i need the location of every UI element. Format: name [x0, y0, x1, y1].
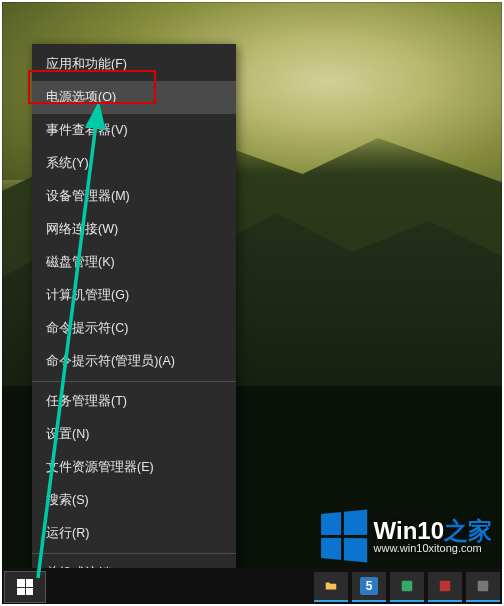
taskbar-item-badge[interactable]: 5 — [352, 572, 386, 602]
svg-rect-1 — [402, 581, 413, 592]
menu-item[interactable]: 任务管理器(T) — [32, 385, 236, 418]
menu-item[interactable]: 文件资源管理器(E) — [32, 451, 236, 484]
menu-item-label: 事件查看器(V) — [46, 122, 128, 139]
menu-item[interactable]: 设备管理器(M) — [32, 180, 236, 213]
watermark: Win10之家 www.win10xitong.com — [318, 512, 492, 560]
menu-item-label: 命令提示符(管理员)(A) — [46, 353, 175, 370]
watermark-text: Win10之家 www.win10xitong.com — [374, 518, 492, 555]
taskbar-item-app1[interactable] — [390, 572, 424, 602]
menu-item-label: 计算机管理(G) — [46, 287, 129, 304]
menu-item-label: 搜索(S) — [46, 492, 89, 509]
menu-item-label: 命令提示符(C) — [46, 320, 128, 337]
menu-item[interactable]: 网络连接(W) — [32, 213, 236, 246]
menu-item[interactable]: 系统(Y) — [32, 147, 236, 180]
windows-logo-icon — [17, 579, 33, 595]
taskbar: 5 — [0, 568, 504, 606]
app-icon — [400, 579, 414, 593]
menu-item-label: 系统(Y) — [46, 155, 89, 172]
menu-item-label: 电源选项(O) — [46, 89, 116, 106]
menu-item[interactable]: 计算机管理(G) — [32, 279, 236, 312]
menu-item[interactable]: 运行(R) — [32, 517, 236, 550]
watermark-url: www.win10xitong.com — [374, 543, 492, 555]
menu-item-label: 设备管理器(M) — [46, 188, 130, 205]
watermark-title-suffix: 之家 — [444, 517, 492, 544]
menu-item-label: 任务管理器(T) — [46, 393, 127, 410]
menu-item[interactable]: 命令提示符(管理员)(A) — [32, 345, 236, 378]
menu-item-label: 文件资源管理器(E) — [46, 459, 154, 476]
menu-item[interactable]: 设置(N) — [32, 418, 236, 451]
menu-item[interactable]: 磁盘管理(K) — [32, 246, 236, 279]
menu-item[interactable]: 事件查看器(V) — [32, 114, 236, 147]
menu-item-label: 设置(N) — [46, 426, 89, 443]
taskbar-item-app3[interactable] — [466, 572, 500, 602]
menu-item-label: 网络连接(W) — [46, 221, 118, 238]
menu-item-label: 磁盘管理(K) — [46, 254, 115, 271]
desktop-background: 应用和功能(F)电源选项(O)事件查看器(V)系统(Y)设备管理器(M)网络连接… — [0, 0, 504, 606]
start-button[interactable] — [4, 571, 46, 603]
windows-logo-icon — [321, 510, 367, 563]
menu-item[interactable]: 电源选项(O) — [32, 81, 236, 114]
folder-icon — [324, 579, 338, 593]
svg-rect-2 — [440, 581, 451, 592]
taskbar-badge-number: 5 — [360, 577, 378, 595]
menu-item[interactable]: 搜索(S) — [32, 484, 236, 517]
winx-context-menu: 应用和功能(F)电源选项(O)事件查看器(V)系统(Y)设备管理器(M)网络连接… — [32, 44, 236, 606]
svg-rect-3 — [478, 581, 489, 592]
menu-item[interactable]: 命令提示符(C) — [32, 312, 236, 345]
watermark-title-prefix: Win10 — [374, 517, 444, 544]
taskbar-item-folder[interactable] — [314, 572, 348, 602]
menu-item-label: 应用和功能(F) — [46, 56, 127, 73]
menu-item[interactable]: 应用和功能(F) — [32, 48, 236, 81]
menu-separator — [32, 553, 236, 554]
app-icon — [476, 579, 490, 593]
taskbar-item-app2[interactable] — [428, 572, 462, 602]
watermark-title: Win10之家 — [374, 518, 492, 543]
menu-item-label: 运行(R) — [46, 525, 89, 542]
app-icon — [438, 579, 452, 593]
menu-separator — [32, 381, 236, 382]
